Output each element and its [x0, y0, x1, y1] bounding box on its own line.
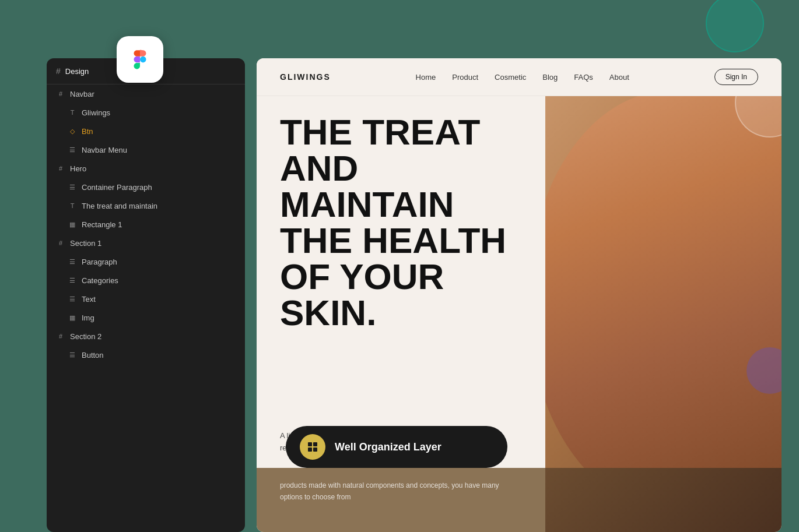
layer-the-treat[interactable]: T The treat and maintain [47, 196, 245, 215]
site-navbar: GLIWINGS Home Product Cosmetic Blog FAQs… [257, 58, 782, 96]
hash-icon: # [56, 238, 65, 248]
layer-text[interactable]: ☰ Text [47, 290, 245, 308]
layer-rectangle1[interactable]: ▦ Rectangle 1 [47, 215, 245, 234]
hash-icon: # [56, 332, 65, 341]
layer-section1[interactable]: # Section 1 [47, 234, 245, 252]
nav-link-product[interactable]: Product [452, 73, 478, 82]
site-nav-links: Home Product Cosmetic Blog FAQs About [416, 73, 629, 82]
text-icon: T [68, 108, 77, 117]
layer-gliwings[interactable]: T Gliwings [47, 103, 245, 122]
layer-hero[interactable]: # Hero [47, 159, 245, 178]
toast-notification: Well Organized Layer [286, 426, 507, 468]
hero-right-image [545, 91, 782, 510]
layer-button[interactable]: ☰ Button [47, 346, 245, 364]
nav-link-about[interactable]: About [609, 73, 629, 82]
text-icon: T [68, 201, 77, 210]
toast-icon [300, 434, 325, 460]
hash-icon: # [56, 89, 65, 98]
nav-link-blog[interactable]: Blog [542, 73, 558, 82]
hero-face-shape [545, 91, 782, 510]
diamond-icon: ◇ [68, 126, 77, 136]
layer-categories[interactable]: ☰ Categories [47, 271, 245, 290]
bars-icon: ☰ [68, 350, 77, 360]
layers-panel-title: Design [65, 67, 89, 76]
bars-icon: ☰ [68, 182, 77, 192]
site-logo: GLIWINGS [280, 72, 331, 82]
section2-body-text: products made with natural components an… [280, 480, 522, 503]
bars-icon: ☰ [68, 257, 77, 266]
image-icon: ▦ [68, 313, 77, 322]
layer-section2[interactable]: # Section 2 [47, 327, 245, 346]
layer-navbar[interactable]: # Navbar [47, 84, 245, 103]
figma-app-icon [117, 36, 163, 83]
preview-area: GLIWINGS Home Product Cosmetic Blog FAQs… [257, 58, 782, 532]
nav-link-faqs[interactable]: FAQs [574, 73, 593, 82]
section2-right-image [545, 468, 782, 532]
hash-icon: # [56, 164, 65, 173]
sign-in-button[interactable]: Sign In [714, 69, 758, 85]
hero-headline: THE TREAT AND MAINTAIN THE HEALTH OF YOU… [280, 114, 522, 331]
layer-container-paragraph[interactable]: ☰ Container Paragraph [47, 178, 245, 196]
teal-circle-decoration [706, 0, 764, 52]
layer-btn[interactable]: ◇ Btn [47, 122, 245, 140]
svg-rect-3 [313, 448, 317, 452]
layer-navbar-menu[interactable]: ☰ Navbar Menu [47, 140, 245, 159]
layers-panel: # Design # Navbar T Gliwings ◇ Btn ☰ Nav… [47, 58, 245, 532]
layer-img[interactable]: ▦ Img [47, 308, 245, 327]
bars-icon: ☰ [68, 145, 77, 154]
svg-rect-0 [308, 442, 312, 446]
website-mockup: GLIWINGS Home Product Cosmetic Blog FAQs… [257, 58, 782, 532]
svg-rect-2 [308, 448, 312, 452]
image-icon: ▦ [68, 220, 77, 229]
bars-icon: ☰ [68, 276, 77, 285]
bars-icon: ☰ [68, 294, 77, 304]
layer-paragraph[interactable]: ☰ Paragraph [47, 252, 245, 271]
nav-link-cosmetic[interactable]: Cosmetic [495, 73, 526, 82]
hash-icon: # [56, 66, 61, 76]
svg-rect-1 [313, 442, 317, 446]
nav-link-home[interactable]: Home [416, 73, 436, 82]
toast-text: Well Organized Layer [335, 441, 441, 453]
section2-preview: products made with natural components an… [257, 468, 545, 532]
